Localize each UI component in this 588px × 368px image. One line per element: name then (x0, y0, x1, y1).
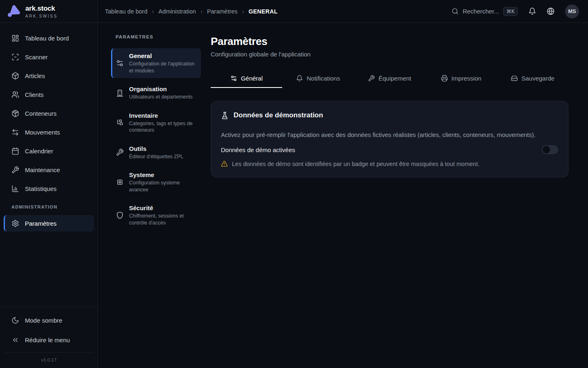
demo-data-card: Données de démonstration Activez pour pr… (211, 101, 568, 177)
sliders-icon (116, 59, 124, 67)
collapse-menu-button[interactable]: Réduire le menu (0, 330, 98, 350)
globe-icon (547, 7, 555, 15)
chevrons-left-icon (11, 336, 19, 344)
brand-subtitle: ARK.SWISS (25, 14, 58, 18)
page-subtitle: Configuration globale de l'application (211, 51, 568, 58)
breadcrumb-current: GENERAL (249, 8, 278, 15)
wrench-icon (368, 75, 375, 82)
notifications-button[interactable] (528, 7, 536, 15)
settings-icon (11, 220, 19, 227)
tab-notifications[interactable]: Notifications (282, 70, 354, 88)
search-button[interactable]: Rechercher... ⌘K (452, 7, 518, 16)
breadcrumb-link-administration: Administration › (158, 8, 207, 15)
brand[interactable]: ark.stock ARK.SWISS (0, 0, 98, 23)
settings-nav-item-securite[interactable]: Sécurité Chiffrement, sessions et contrô… (111, 200, 201, 230)
sidebar-item-tableau-de-bord[interactable]: Tableau de bord (0, 29, 98, 47)
calendar-icon (11, 147, 19, 155)
sidebar: ark.stock ARK.SWISS Tableau de bord Scan… (0, 0, 98, 368)
search-placeholder: Rechercher... (463, 8, 499, 15)
breadcrumb-separator: › (242, 8, 244, 15)
settings-nav-item-organisation[interactable]: Organisation Utilisateurs et departement… (111, 81, 201, 105)
dashboard-icon (11, 34, 19, 42)
package-icon (11, 72, 19, 80)
chart-icon (11, 185, 19, 193)
brand-logo-icon (7, 4, 20, 18)
sliders-icon (230, 75, 237, 82)
drive-icon (511, 75, 518, 82)
user-avatar[interactable]: MS (565, 4, 579, 18)
demo-data-toggle[interactable] (542, 145, 558, 154)
breadcrumb: Tableau de bord › Administration › Param… (105, 8, 249, 15)
language-button[interactable] (547, 7, 555, 15)
toggle-knob (543, 146, 550, 153)
topbar: Tableau de bord › Administration › Param… (98, 0, 588, 23)
admin-section-label: ADMINISTRATION (0, 198, 98, 213)
sidebar-item-maintenance[interactable]: Maintenance (0, 160, 98, 179)
sidebar-nav: Tableau de bord Scanner Articles Clients (0, 23, 98, 198)
wrench-icon (116, 148, 124, 156)
warning-text: Les données de démo sont identifiées par… (232, 161, 479, 167)
tree-icon (116, 119, 124, 127)
box-icon (11, 110, 19, 117)
breadcrumb-link-tableau-de-bord: Tableau de bord › (105, 8, 158, 15)
sidebar-item-scanner[interactable]: Scanner (0, 47, 98, 66)
moon-icon (11, 316, 19, 324)
sidebar-item-conteneurs[interactable]: Conteneurs (0, 104, 98, 123)
breadcrumb-link-parametres: Paramètres › (207, 8, 249, 15)
tab-equipement[interactable]: Équipement (354, 70, 425, 88)
building-icon (116, 89, 124, 97)
search-shortcut-badge: ⌘K (503, 7, 518, 16)
sidebar-item-articles[interactable]: Articles (0, 66, 98, 85)
settings-nav-item-general[interactable]: General Configuration de l'application e… (111, 48, 201, 78)
warning-icon (221, 160, 228, 167)
sidebar-item-statistiques[interactable]: Statistiques (0, 179, 98, 198)
settings-nav-item-systeme[interactable]: Systeme Configuration systeme avancee (111, 167, 201, 197)
printer-icon (441, 75, 448, 82)
sidebar-item-mouvements[interactable]: Mouvements (0, 123, 98, 141)
chip-icon (116, 178, 124, 186)
app-version: v1.0.17 (0, 352, 98, 368)
sidebar-item-parametres[interactable]: Paramètres (4, 215, 94, 231)
bell-icon (296, 75, 303, 82)
dark-mode-button[interactable]: Mode sombre (0, 310, 98, 330)
shield-icon (116, 211, 124, 219)
settings-nav-item-outils[interactable]: Outils Éditeur d'étiquettes ZPL (111, 141, 201, 164)
settings-nav-heading: PARAMETRES (116, 34, 201, 39)
flask-icon (221, 112, 229, 119)
app-root: ark.stock ARK.SWISS Tableau de bord Scan… (0, 0, 588, 368)
arrows-icon (11, 128, 19, 136)
page-title: Paramètres (211, 35, 568, 48)
sidebar-item-calendrier[interactable]: Calendrier (0, 141, 98, 160)
breadcrumb-separator: › (152, 8, 154, 15)
card-description: Activez pour pré-remplir l'application a… (221, 131, 558, 138)
settings-nav: PARAMETRES General Configuration de l'ap… (98, 23, 211, 368)
main-panel: Paramètres Configuration globale de l'ap… (211, 23, 588, 368)
settings-nav-item-inventaire[interactable]: Inventaire Categories, tags et types de … (111, 108, 201, 138)
search-icon (452, 8, 459, 15)
scan-icon (11, 53, 19, 61)
card-title: Données de démonstration (234, 111, 323, 119)
brand-title: ark.stock (25, 4, 58, 13)
bell-icon (528, 7, 536, 15)
breadcrumb-separator: › (200, 8, 203, 15)
wrench-icon (11, 166, 19, 174)
users-icon (11, 91, 19, 99)
tab-sauvegarde[interactable]: Sauvegarde (497, 70, 568, 88)
sidebar-footer: Mode sombre Réduire le menu v1.0.17 (0, 307, 98, 368)
demo-toggle-label: Données de démo activées (221, 146, 295, 153)
sidebar-admin-section: ADMINISTRATION Paramètres (0, 198, 98, 231)
sidebar-item-clients[interactable]: Clients (0, 85, 98, 104)
tab-general[interactable]: Général (211, 70, 282, 88)
tab-impression[interactable]: Impression (425, 70, 497, 88)
settings-tabs: Général Notifications Équipement (211, 70, 568, 88)
